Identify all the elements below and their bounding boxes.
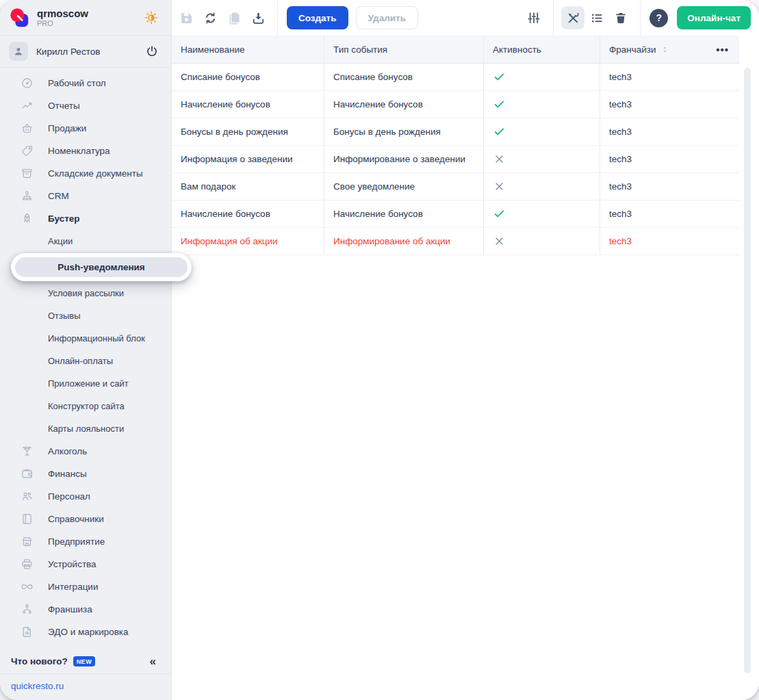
sidebar-item[interactable]: Справочники [0,508,171,530]
table-row[interactable]: Вам подарокСвое уведомлениеtech3 [172,173,739,200]
theme-toggle-button[interactable] [142,9,160,27]
table-row[interactable]: Начисление бонусовНачисление бонусовtech… [172,91,739,118]
sidebar-item[interactable]: Продажи [0,117,171,140]
sidebar-item-label: Продажи [48,123,86,133]
sidebar-item[interactable]: Интеграции [0,575,171,598]
cell-franchise: tech3 [600,173,739,200]
sidebar-subitem[interactable]: Акции [0,230,171,252]
integrations-icon [21,580,34,593]
sidebar-subitem[interactable]: Отзывы [0,304,171,327]
table-row[interactable]: Начисление бонусовНачисление бонусовtech… [172,200,739,228]
nomenclature-icon [21,144,34,157]
sidebar-item[interactable]: Рабочий стол [0,72,171,94]
power-icon [145,44,159,58]
sidebar-item-label: Справочники [48,514,104,524]
sidebar-subitem[interactable]: Карты лояльности [0,417,171,440]
sidebar-item[interactable]: Финансы [0,463,171,485]
list-icon [590,11,604,25]
sidebar-item-label: Интеграции [48,582,98,592]
sidebar-subitem-label: Приложение и сайт [48,378,129,389]
vertical-scrollbar[interactable] [744,68,751,673]
cell-event-type: Бонусы в день рождения [324,118,483,145]
refresh-button[interactable] [198,6,222,29]
trash-button[interactable] [609,6,632,29]
toolbar: Создать Удалить [172,0,759,36]
sidebar-item[interactable]: Складские документы [0,162,171,185]
sort-icon[interactable] [660,44,670,55]
app-window: qrmoscow PRO [0,0,759,700]
sidebar-item[interactable]: Предприятие [0,530,171,553]
sidebar-item[interactable]: Устройства [0,553,171,575]
online-chat-button[interactable]: Онлайн-чат [677,6,751,29]
chevron-double-left-icon: « [150,655,156,668]
cell-franchise: tech3 [600,91,739,118]
user-row[interactable]: Кирилл Рестов [0,36,171,68]
sidebar-item[interactable]: ЭДО и маркировка [0,621,171,643]
cell-event-type: Информирование об акции [324,228,483,255]
delete-button[interactable]: Удалить [356,6,418,29]
cell-active [483,91,600,118]
table-row[interactable]: Информация об акцииИнформирование об акц… [172,228,739,255]
x-icon [493,153,506,166]
sidebar-subitem[interactable]: Конструктор сайта [0,395,171,417]
filter-settings-button[interactable] [522,6,545,29]
cell-event-type: Списание бонусов [324,64,483,90]
sidebar-item-label: ЭДО и маркировка [48,627,129,637]
sidebar-item[interactable]: Персонал [0,485,171,508]
table-row[interactable]: Информация о заведенииИнформирование о з… [172,146,739,173]
sidebar-item-label: Франшиза [48,604,92,614]
sidebar-subitem[interactable]: Онлайн-оплаты [0,350,171,372]
table-row[interactable]: Списание бонусовСписание бонусовtech3 [172,64,739,91]
brand-row: qrmoscow PRO [0,0,171,36]
dashboard-icon [21,77,34,90]
warehouse-icon [21,167,34,180]
check-icon [493,98,506,111]
copy-button[interactable] [222,6,246,29]
site-link[interactable]: quickresto.ru [0,673,171,700]
export-button[interactable] [246,6,270,29]
sidebar-item[interactable]: CRM [0,185,171,207]
save-button[interactable] [175,6,198,29]
sidebar-subitem-active[interactable]: Push-уведомления [11,253,192,281]
create-button[interactable]: Создать [287,6,348,29]
column-header-franchise[interactable]: Франчайзи ••• [600,36,739,63]
cell-name: Списание бонусов [172,64,324,90]
table-header: Наименование Тип события Активность Фран… [172,36,739,64]
table-row[interactable]: Бонусы в день рожденияБонусы в день рожд… [172,118,739,146]
cell-franchise: tech3 [600,228,739,255]
sidebar-subitem-label: Условия рассылки [48,288,124,298]
help-icon: ? [656,12,662,23]
toolbar-divider [553,0,554,36]
reports-icon [21,99,34,112]
sidebar-item[interactable]: Бустер [0,207,171,230]
toolbar-divider [277,0,278,36]
sales-icon [21,122,34,135]
help-button[interactable]: ? [649,9,668,27]
sidebar-subitem[interactable]: Приложение и сайт [0,372,171,395]
column-header-event-type[interactable]: Тип события [324,36,483,63]
sidebar-item[interactable]: Отчеты [0,94,171,117]
collapse-sidebar-button[interactable]: « [146,655,160,668]
sidebar-item[interactable]: Номенклатура [0,140,171,162]
directories-icon [21,513,34,526]
tools-button[interactable] [561,6,584,29]
sidebar-item-label: Складские документы [48,168,143,179]
sidebar-subitem-label: Конструктор сайта [48,401,125,411]
sidebar-item[interactable]: Алкоголь [0,440,171,463]
column-header-name[interactable]: Наименование [172,36,324,63]
sidebar-item[interactable]: Франшиза [0,598,171,621]
sidebar-subitem-label: Отзывы [48,311,81,321]
cell-name: Вам подарок [172,173,324,200]
list-view-button[interactable] [585,6,608,29]
cell-event-type: Свое уведомление [324,173,483,200]
refresh-icon [203,11,218,25]
ellipsis-icon[interactable]: ••• [716,44,729,55]
whats-new-row[interactable]: Что нового? NEW « [0,651,171,673]
sidebar-subitem[interactable]: Условия рассылки [0,282,171,304]
sidebar-item-label: Персонал [48,491,90,502]
cell-name: Начисление бонусов [172,91,324,118]
sidebar-subitem[interactable]: Информационный блок [0,327,171,350]
column-header-active[interactable]: Активность [483,36,600,63]
logout-button[interactable] [144,43,160,60]
cell-name: Информация об акции [172,228,324,255]
